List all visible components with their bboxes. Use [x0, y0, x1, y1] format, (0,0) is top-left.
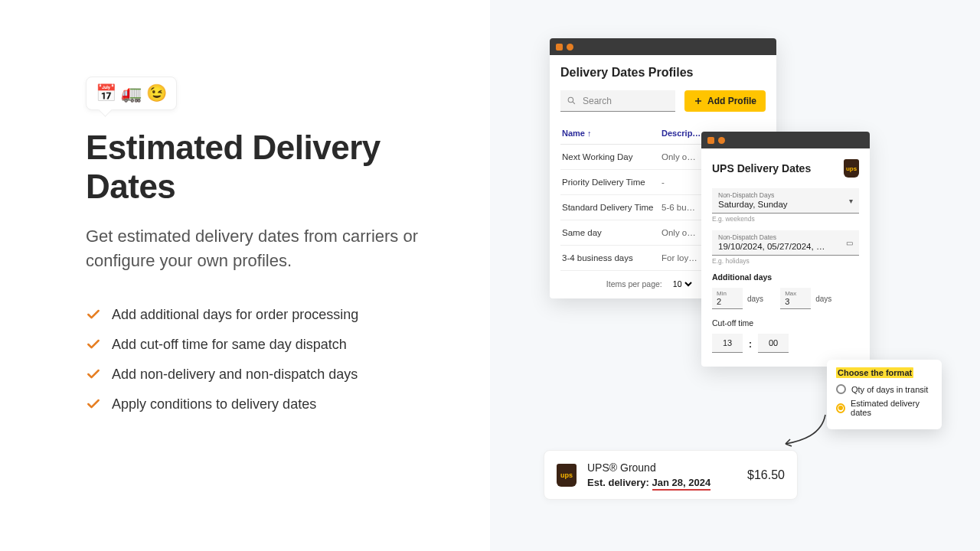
ups-logo-icon: ups: [557, 464, 577, 487]
radio-option-estimated[interactable]: Estimated delivery dates: [836, 399, 933, 417]
check-icon: [86, 337, 101, 352]
field-hint: E.g. weekends: [712, 215, 859, 223]
calendar-icon: ▭: [846, 239, 853, 247]
non-dispatch-days-select[interactable]: Non-Dispatch Days Saturday, Sunday ▾: [712, 188, 859, 214]
check-icon: [86, 307, 101, 322]
search-icon: [567, 96, 577, 106]
radio-icon: [836, 384, 846, 394]
cell-name: Priority Delivery Time: [562, 178, 662, 187]
format-popover: Choose the format Qty of days in transit…: [827, 360, 942, 429]
cell-desc: 5-6 bu…: [662, 203, 695, 212]
pager-label: Items per page:: [606, 279, 662, 289]
field-label: Non-Dispatch Dates: [718, 233, 853, 241]
cutoff-hour-input[interactable]: 13: [712, 334, 743, 353]
hero-emoji: 📅 🚛 😉: [96, 83, 167, 103]
search-placeholder: Search: [583, 96, 612, 106]
window-control-icon: [707, 137, 714, 144]
svg-point-0: [568, 97, 573, 103]
feature-checklist: Add additional days for order processing…: [86, 307, 444, 412]
cell-name: Standard Delivery Time: [562, 203, 662, 212]
add-profile-label: Add Profile: [707, 96, 756, 106]
cell-desc: -: [662, 178, 665, 187]
field-label: Non-Dispatch Days: [718, 191, 853, 199]
shipping-result-card: ups UPS® Ground Est. delivery: Jan 28, 2…: [544, 450, 798, 500]
cell-name: 3-4 business days: [562, 253, 662, 262]
additional-days-label: Additional days: [712, 272, 859, 282]
non-dispatch-dates-input[interactable]: Non-Dispatch Dates 19/10/2024, 05/27/202…: [712, 230, 859, 256]
radio-option-qty[interactable]: Qty of days in transit: [836, 384, 933, 394]
list-item: Add non-delivery and non-dispatch days: [86, 367, 444, 383]
column-name[interactable]: Name ↑: [562, 129, 662, 138]
est-prefix: Est. delivery:: [587, 477, 652, 488]
cutoff-minute-input[interactable]: 00: [758, 334, 789, 353]
ups-logo-icon: ups: [844, 159, 859, 178]
cell-name: Next Working Day: [562, 152, 662, 161]
add-profile-button[interactable]: Add Profile: [684, 90, 766, 112]
cell-desc: Only o…: [662, 152, 696, 161]
check-icon: [86, 367, 101, 382]
field-value: 2: [717, 297, 738, 306]
radio-icon: [836, 403, 845, 413]
list-item-label: Add non-delivery and non-dispatch days: [112, 367, 358, 383]
page-subtitle: Get estimated delivery dates from carrie…: [86, 224, 423, 273]
list-item-label: Apply conditions to delivery dates: [112, 396, 316, 412]
cell-name: Same day: [562, 228, 662, 237]
items-per-page-select[interactable]: 10: [670, 279, 694, 289]
min-days-input[interactable]: Min 2: [712, 288, 743, 309]
list-item: Add additional days for order processing: [86, 307, 444, 323]
field-value: Saturday, Sunday: [718, 199, 853, 210]
emoji-bubble: 📅 🚛 😉: [86, 77, 177, 110]
carrier-name: UPS® Ground: [587, 461, 710, 474]
list-item-label: Add additional days for order processing: [112, 307, 358, 323]
time-colon: :: [749, 339, 752, 353]
ups-panel-title: UPS Delivery Dates: [712, 162, 811, 174]
cutoff-label: Cut-off time: [712, 318, 859, 328]
chevron-down-icon: ▾: [849, 197, 853, 205]
window-control-icon: [718, 137, 725, 144]
sort-asc-icon: ↑: [587, 129, 592, 138]
max-days-input[interactable]: Max 3: [780, 288, 811, 309]
cell-desc: For loy…: [662, 253, 697, 262]
cell-desc: Only o…: [662, 228, 696, 237]
shipping-price: $16.50: [747, 468, 785, 482]
est-date: Jan 28, 2024: [652, 477, 711, 491]
list-item: Apply conditions to delivery dates: [86, 396, 444, 412]
curved-arrow-icon: [779, 412, 833, 450]
field-label: Max: [785, 290, 806, 297]
field-label: Min: [717, 290, 738, 297]
svg-line-1: [573, 102, 575, 104]
popover-title: Choose the format: [836, 367, 913, 378]
window-control-icon: [567, 44, 573, 51]
field-hint: E.g. holidays: [712, 257, 859, 265]
page-title: Estimated Delivery Dates: [86, 129, 444, 206]
check-icon: [86, 396, 101, 412]
radio-label: Qty of days in transit: [851, 385, 928, 394]
plus-icon: [694, 96, 703, 106]
unit-label: days: [747, 295, 763, 303]
column-description[interactable]: Descrip…: [662, 129, 701, 138]
list-item-label: Add cut-off time for same day dispatch: [112, 337, 347, 353]
list-item: Add cut-off time for same day dispatch: [86, 337, 444, 353]
radio-label: Estimated delivery dates: [851, 399, 933, 417]
window-titlebar: [701, 132, 870, 148]
field-value: 19/10/2024, 05/27/2024, …: [718, 241, 853, 252]
field-value: 3: [785, 297, 806, 306]
ups-panel: UPS Delivery Dates ups Non-Dispatch Days…: [701, 132, 870, 367]
window-titlebar: [550, 38, 776, 55]
profiles-title: Delivery Dates Profiles: [560, 66, 766, 80]
estimated-delivery: Est. delivery: Jan 28, 2024: [587, 477, 710, 488]
unit-label: days: [815, 295, 831, 303]
search-input[interactable]: Search: [560, 90, 675, 112]
window-control-icon: [556, 44, 563, 51]
